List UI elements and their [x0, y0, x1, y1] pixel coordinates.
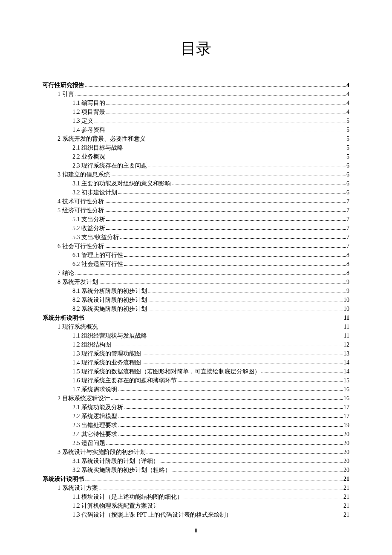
toc-entry-page: 6: [346, 170, 349, 179]
toc-entry-page: 6: [346, 188, 349, 197]
toc-entry: 2.2 系统逻辑模型17: [72, 412, 349, 421]
toc-entry-label: 8 系统开发计划: [58, 278, 98, 286]
toc-entry-label: 2.3 出错处理要求: [72, 421, 117, 430]
toc-leader-dots: [147, 139, 346, 140]
toc-entry-label: 5 经济可行性分析: [58, 206, 104, 215]
toc-entry-page: 21: [343, 483, 349, 492]
toc-entry-page: 9: [346, 286, 349, 295]
toc-entry: 4 技术可行性分析7: [58, 197, 349, 206]
toc-leader-dots: [172, 471, 343, 471]
toc-entry: 8.2 系统设计阶段的初步计划10: [72, 295, 349, 304]
toc-entry-label: 2.1 系统功能及分析: [72, 403, 123, 412]
toc-leader-dots: [124, 148, 346, 149]
toc-entry-page: 4: [346, 98, 349, 107]
toc-entry: 1.4 现行系统的业务流程图14: [72, 358, 349, 367]
toc-entry-label: 3.2 初步建设计划: [72, 188, 117, 197]
toc-entry-page: 21: [343, 492, 349, 501]
toc-leader-dots: [112, 345, 343, 346]
toc-entry-label: 1 现行系统概况: [58, 322, 98, 331]
toc-leader-dots: [105, 202, 346, 203]
toc-entry: 5.1 支出分析7: [72, 215, 349, 224]
toc-entry: 3 拟建立的信息系统6: [58, 170, 349, 179]
toc-entry-page: 4: [346, 81, 349, 90]
toc-entry-label: 5.2 收益分析: [72, 224, 105, 233]
toc-entry-page: 9: [346, 278, 349, 286]
toc-leader-dots: [124, 408, 343, 409]
toc-leader-dots: [148, 166, 346, 167]
toc-entry: 2 系统开发的背景、必要性和意义5: [58, 134, 349, 143]
toc-entry-page: 21: [343, 501, 349, 510]
toc-entry-page: 15: [343, 376, 349, 385]
toc-leader-dots: [106, 104, 346, 104]
toc-entry: 1.4 参考资料5: [72, 125, 349, 134]
toc-leader-dots: [148, 301, 343, 301]
toc-leader-dots: [118, 435, 343, 436]
toc-leader-dots: [142, 363, 343, 364]
toc-entry: 1.1 组织经营现状与发展战略11: [72, 331, 349, 340]
toc-entry-page: 8: [346, 260, 349, 269]
toc-entry-page: 5: [346, 116, 349, 125]
toc-entry-page: 20: [343, 457, 349, 465]
toc-entry-page: 13: [343, 349, 349, 358]
toc-entry-page: 7: [346, 197, 349, 206]
toc-entry: 5 经济可行性分析7: [58, 206, 349, 215]
toc-leader-dots: [124, 256, 346, 257]
toc-entry-page: 7: [346, 215, 349, 224]
toc-entry-page: 5: [346, 134, 349, 143]
toc-entry-label: 1.4 参考资料: [72, 125, 105, 134]
toc-entry: 6.1 管理上的可行性8: [72, 251, 349, 260]
toc-entry: 8 系统开发计划9: [58, 278, 349, 286]
toc-leader-dots: [106, 229, 346, 230]
toc-entry-label: 3.1 系统设计阶段的计划（详细）: [72, 457, 159, 465]
toc-entry-label: 2.5 遗留问题: [72, 439, 105, 448]
toc-leader-dots: [184, 497, 343, 498]
toc-leader-dots: [106, 444, 343, 445]
toc-entry: 2.1 组织目标与战略5: [72, 143, 349, 152]
toc-entry: 1 现行系统概况11: [58, 322, 349, 331]
toc-entry-page: 11: [344, 313, 349, 322]
toc-entry: 2 目标系统逻辑设计16: [58, 394, 349, 403]
toc-entry-label: 3 系统设计与实施阶段的初步计划: [58, 448, 146, 457]
toc-entry-label: 8.1 系统分析阶段的初步计划: [72, 286, 147, 295]
toc-entry: 1 系统设计方案21: [58, 483, 349, 492]
toc-entry-page: 5: [346, 125, 349, 134]
toc-entry-label: 2.4 其它特性要求: [72, 430, 117, 439]
toc-leader-dots: [178, 381, 343, 382]
toc-entry-label: 2 目标系统逻辑设计: [58, 394, 110, 403]
toc-entry-label: 2.2 系统逻辑模型: [72, 412, 117, 421]
toc-entry-label: 3 拟建立的信息系统: [58, 170, 110, 179]
toc-entry-label: 2.3 现行系统存在的主要问题: [72, 161, 147, 170]
toc-entry: 1.3 现行系统的管理功能图13: [72, 349, 349, 358]
toc-entry-page: 14: [343, 367, 349, 376]
toc-leader-dots: [75, 95, 346, 95]
toc-entry-page: 4: [346, 107, 349, 116]
toc-entry: 6 社会可行性分析7: [58, 242, 349, 251]
toc-entry-label: 6 社会可行性分析: [58, 242, 104, 251]
toc-entry-label: 2.1 组织目标与战略: [72, 143, 123, 152]
toc-entry: 1.1 模块设计（是上述功能结构图的细化）21: [72, 492, 349, 501]
toc-entry-label: 1 系统设计方案: [58, 483, 98, 492]
toc-leader-dots: [261, 372, 343, 373]
toc-entry-label: 4 技术可行性分析: [58, 197, 104, 206]
toc-leader-dots: [148, 336, 343, 337]
toc-entry-label: 1.7 系统需求说明: [72, 385, 117, 394]
toc-entry-page: 16: [343, 385, 349, 394]
toc-entry: 2.3 现行系统存在的主要问题6: [72, 161, 349, 170]
toc-entry-page: 20: [343, 465, 349, 474]
toc-leader-dots: [124, 265, 346, 266]
toc-entry: 8.2 系统实施阶段的初步计划10: [72, 304, 349, 313]
toc-entry: 1.6 现行系统主要存在的问题和薄弱环节15: [72, 376, 349, 385]
toc-entry-page: 16: [343, 394, 349, 403]
toc-entry-label: 1.5 现行系统的数据流程图（若图形相对简单，可直接绘制底层分解图）: [72, 367, 260, 376]
toc-entry-page: 5: [346, 152, 349, 161]
toc-entry: 2.2 业务概况5: [72, 152, 349, 161]
toc-entry: 7 结论8: [58, 269, 349, 278]
toc-entry-label: 1.3 现行系统的管理功能图: [72, 349, 141, 358]
toc-entry: 1.2 计算机物理系统配置方案设计21: [72, 501, 349, 510]
toc-entry: 1 引言4: [58, 90, 349, 98]
toc-entry-label: 3.1 主要的功能及对组织的意义和影响: [72, 179, 171, 188]
toc-entry-page: 6: [346, 161, 349, 170]
toc-leader-dots: [99, 283, 346, 283]
toc-entry-label: 1.3 代码设计（按照上课 PPT 上的代码设计表的格式来绘制）: [72, 510, 232, 519]
toc-entry: 3.2 初步建设计划6: [72, 188, 349, 197]
